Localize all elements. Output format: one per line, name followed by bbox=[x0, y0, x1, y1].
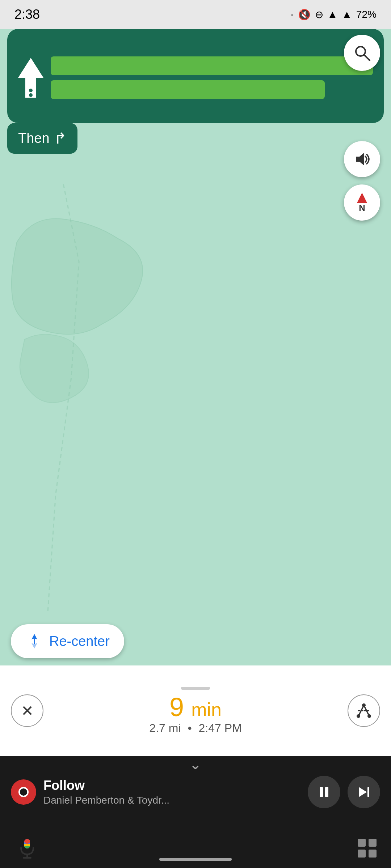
route-alternatives-button[interactable] bbox=[348, 694, 380, 727]
then-next-maneuver[interactable]: Then ↱ bbox=[7, 123, 77, 154]
then-label: Then bbox=[18, 131, 50, 146]
nav-header-card[interactable] bbox=[7, 29, 384, 123]
street-name-bar-2 bbox=[51, 80, 325, 99]
dnd-icon: ⊖ bbox=[315, 9, 323, 21]
svg-point-2 bbox=[29, 89, 33, 92]
svg-point-15 bbox=[362, 703, 366, 707]
nav-header-top bbox=[18, 56, 373, 99]
search-icon bbox=[353, 44, 371, 62]
pause-button[interactable] bbox=[308, 776, 340, 808]
nav-eta-time: 9 min bbox=[169, 694, 222, 720]
nav-bottom-card: ✕ 9 min 2.7 mi • 2:47 PM bbox=[0, 665, 391, 756]
compass-n-label: N bbox=[359, 204, 365, 212]
location-dot-icon: · bbox=[291, 9, 294, 20]
recenter-label: Re-center bbox=[49, 634, 110, 649]
mute-icon: 🔇 bbox=[298, 9, 311, 21]
sound-icon bbox=[353, 150, 371, 168]
media-icon-inner bbox=[18, 787, 29, 797]
grid-cell-2 bbox=[369, 839, 377, 847]
svg-rect-25 bbox=[24, 846, 30, 848]
nav-min-label: min bbox=[191, 699, 222, 720]
next-icon bbox=[357, 785, 371, 799]
drag-handle bbox=[181, 687, 210, 690]
expand-chevron-icon[interactable]: ⌄ bbox=[189, 756, 202, 773]
search-button[interactable] bbox=[344, 35, 380, 71]
grid-cell-3 bbox=[358, 850, 366, 858]
wifi-icon: ▲ bbox=[328, 9, 338, 20]
next-button[interactable] bbox=[348, 776, 380, 808]
compass-north-arrow bbox=[357, 193, 367, 203]
home-indicator bbox=[159, 858, 232, 861]
svg-rect-17 bbox=[325, 787, 328, 797]
recenter-button[interactable]: Re-center bbox=[11, 624, 124, 658]
street-info bbox=[51, 56, 373, 99]
media-artist: Daniel Pemberton & Toydr... bbox=[43, 795, 300, 806]
svg-marker-6 bbox=[356, 153, 364, 165]
nav-arrival-time: 2:47 PM bbox=[198, 722, 241, 735]
svg-point-13 bbox=[357, 714, 360, 718]
svg-rect-16 bbox=[320, 787, 323, 797]
google-mic-button[interactable] bbox=[14, 835, 40, 861]
media-controls bbox=[308, 776, 380, 808]
sound-button[interactable] bbox=[344, 141, 380, 177]
nav-distance: 2.7 mi bbox=[149, 722, 181, 735]
recenter-icon bbox=[25, 632, 43, 650]
svg-line-5 bbox=[364, 55, 370, 60]
svg-point-3 bbox=[29, 93, 33, 97]
close-navigation-button[interactable]: ✕ bbox=[11, 694, 43, 727]
grid-cell-1 bbox=[358, 839, 366, 847]
svg-rect-19 bbox=[367, 787, 369, 797]
apps-button[interactable] bbox=[358, 839, 377, 858]
signal-icon: ▲ bbox=[342, 9, 352, 20]
compass-button[interactable]: N bbox=[344, 184, 380, 221]
nav-separator: • bbox=[188, 722, 192, 735]
direction-arrow-icon bbox=[18, 58, 43, 98]
svg-marker-18 bbox=[359, 787, 367, 797]
status-time: 2:38 bbox=[14, 7, 40, 22]
nav-time-info: 9 min 2.7 mi • 2:47 PM bbox=[51, 687, 340, 735]
svg-rect-21 bbox=[24, 839, 30, 844]
street-name-bar-1 bbox=[51, 56, 373, 75]
media-title: Follow bbox=[43, 778, 300, 793]
pause-icon bbox=[317, 785, 331, 799]
close-icon: ✕ bbox=[21, 702, 34, 720]
battery-indicator: 72% bbox=[356, 9, 377, 20]
nav-minutes: 9 bbox=[169, 693, 184, 722]
media-info: Follow Daniel Pemberton & Toydr... bbox=[43, 778, 300, 806]
then-turn-icon: ↱ bbox=[54, 129, 67, 147]
media-app-icon bbox=[11, 779, 36, 805]
nav-details: 2.7 mi • 2:47 PM bbox=[149, 722, 241, 735]
svg-point-14 bbox=[367, 714, 371, 718]
route-alt-icon bbox=[355, 702, 373, 720]
bottom-bar bbox=[0, 828, 391, 868]
status-icons: · 🔇 ⊖ ▲ ▲ 72% bbox=[291, 9, 377, 21]
grid-cell-4 bbox=[369, 850, 377, 858]
status-bar: 2:38 · 🔇 ⊖ ▲ ▲ 72% bbox=[0, 0, 391, 29]
